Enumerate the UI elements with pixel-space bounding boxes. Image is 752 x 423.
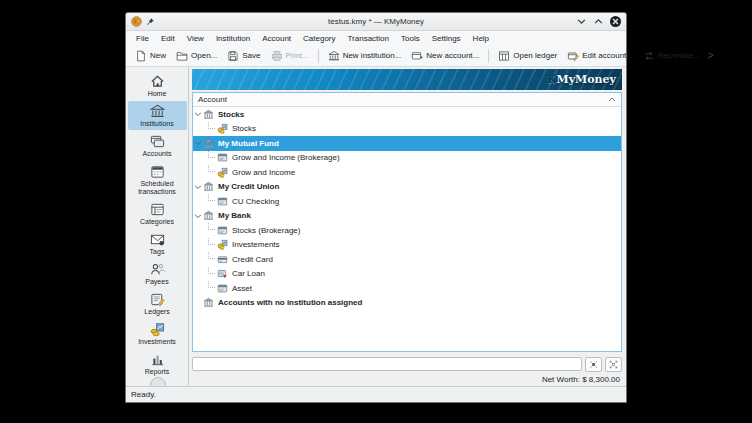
sidebar-item-institutions[interactable]: Institutions	[128, 101, 187, 130]
menu-item-help[interactable]: Help	[467, 33, 495, 44]
budgets-icon	[150, 382, 165, 386]
credit-card-icon	[217, 254, 228, 265]
checking-icon	[217, 225, 228, 236]
menu-item-settings[interactable]: Settings	[426, 33, 467, 44]
sidebar-item-label: Payees	[145, 278, 168, 286]
investment-icon	[217, 239, 228, 250]
account-row-car-loan[interactable]: Car Loan	[193, 267, 621, 282]
expander-open-icon[interactable]	[193, 212, 203, 220]
accounts-icon	[150, 134, 165, 149]
account-row-label: Grow and Income (Brokerage)	[232, 153, 340, 162]
loan-icon	[217, 268, 228, 279]
investment-icon	[217, 123, 228, 134]
account-row-accounts-with-no-institution-assigned[interactable]: Accounts with no institution assigned	[193, 296, 621, 311]
account-row-stocks[interactable]: Stocks	[193, 122, 621, 137]
expander-open-icon[interactable]	[193, 139, 203, 147]
sidebar-item-tags[interactable]: Tags	[128, 229, 187, 258]
new-label: New	[150, 51, 166, 60]
sidebar-item-accounts[interactable]: Accounts	[128, 131, 187, 160]
sidebar-item-label: Scheduled transactions	[129, 180, 186, 196]
menu-item-edit[interactable]: Edit	[155, 33, 181, 44]
menu-item-file[interactable]: File	[130, 33, 155, 44]
new-institution-button[interactable]: New institution...	[323, 48, 407, 64]
account-row-label: My Mutual Fund	[218, 139, 279, 148]
account-row-investements[interactable]: Investements	[193, 238, 621, 253]
account-row-stocks[interactable]: Stocks	[193, 107, 621, 122]
kmymoney-banner: KMyMoney	[192, 69, 622, 90]
title-bar[interactable]: testus.kmy * — KMyMoney	[126, 13, 626, 31]
sidebar-item-ledgers[interactable]: Ledgers	[128, 289, 187, 318]
save-button[interactable]: Save	[222, 48, 265, 64]
menu-item-tools[interactable]: Tools	[395, 33, 426, 44]
menu-item-institution[interactable]: Institution	[210, 33, 256, 44]
save-label: Save	[242, 51, 260, 60]
menu-item-transaction[interactable]: Transaction	[342, 33, 396, 44]
account-row-grow-and-income[interactable]: Grow and Income	[193, 165, 621, 180]
expand-all-button[interactable]	[605, 357, 622, 372]
expander-open-icon[interactable]	[193, 110, 203, 118]
new-button[interactable]: New	[130, 48, 171, 64]
sidebar-item-reports[interactable]: Reports	[128, 349, 187, 378]
categories-icon	[150, 202, 165, 217]
sidebar-item-label: Tags	[150, 248, 165, 256]
sidebar-item-label: Categories	[140, 218, 174, 226]
tree-guide-line	[208, 252, 215, 259]
account-row-credit-card[interactable]: Credit Card	[193, 252, 621, 267]
account-filter-input[interactable]	[192, 357, 582, 371]
minimize-button[interactable]	[576, 16, 587, 27]
maximize-button[interactable]	[593, 16, 604, 27]
account-row-label: My Bank	[218, 211, 251, 220]
account-row-grow-and-income-brokerage[interactable]: Grow and Income (Brokerage)	[193, 151, 621, 166]
open-button[interactable]: Open...	[171, 48, 222, 64]
payees-icon	[150, 262, 165, 277]
collapse-all-button[interactable]	[585, 357, 602, 372]
desktop-background: testus.kmy * — KMyMoney FileEditViewInst…	[0, 0, 752, 423]
sidebar-item-home[interactable]: Home	[128, 71, 187, 100]
sidebar-item-investments[interactable]: Investments	[128, 319, 187, 348]
account-row-cu-checking[interactable]: CU Checking	[193, 194, 621, 209]
new-account-button[interactable]: New account...	[406, 48, 484, 64]
account-column-title: Account	[198, 95, 227, 104]
tree-guide-line	[208, 223, 215, 230]
checking-icon	[217, 196, 228, 207]
sidebar-item-categories[interactable]: Categories	[128, 199, 187, 228]
toolbar: NewOpen...SavePrint...New institution...…	[126, 45, 626, 67]
tree-guide-line	[208, 194, 215, 201]
menu-item-view[interactable]: View	[181, 33, 210, 44]
account-tree: StocksStocksMy Mutual FundGrow and Incom…	[193, 107, 621, 351]
account-row-my-bank[interactable]: My Bank	[193, 209, 621, 224]
menu-item-category[interactable]: Category	[297, 33, 341, 44]
close-button[interactable]	[610, 16, 621, 27]
toolbar-separator	[488, 49, 489, 63]
edit-account-button[interactable]: Edit account...	[562, 48, 638, 64]
sidebar-item-budgets[interactable]: Budgets	[128, 379, 187, 386]
pin-icon[interactable]	[146, 17, 155, 26]
menu-item-account[interactable]: Account	[256, 33, 297, 44]
new-institution-label: New institution...	[343, 51, 402, 60]
expander-open-icon[interactable]	[193, 183, 203, 191]
reconcile-icon	[643, 50, 655, 62]
open-ledger-button[interactable]: Open ledger	[493, 48, 562, 64]
reconcile-button[interactable]: Reconcile...	[638, 48, 705, 64]
account-column-header[interactable]: Account	[193, 93, 621, 107]
toolbar-overflow-button[interactable]: >	[705, 50, 717, 61]
institution-icon	[203, 210, 214, 221]
status-text: Ready.	[131, 390, 156, 399]
logo-letter-k: K	[547, 73, 557, 86]
account-row-my-mutual-fund[interactable]: My Mutual Fund	[193, 136, 621, 151]
account-row-asset[interactable]: Asset	[193, 281, 621, 296]
institution-icon	[203, 109, 214, 120]
sidebar-item-payees[interactable]: Payees	[128, 259, 187, 288]
account-row-my-credit-union[interactable]: My Credit Union	[193, 180, 621, 195]
edit-account-icon	[567, 50, 579, 62]
tree-guide-line	[208, 238, 215, 245]
institution-icon	[203, 138, 214, 149]
account-row-label: Stocks (Brokerage)	[232, 226, 300, 235]
status-bar: Ready.	[126, 386, 626, 402]
view-sidebar: HomeInstitutionsAccountsScheduled transa…	[126, 67, 189, 386]
institution-icon	[203, 297, 214, 308]
tree-guide-line	[208, 122, 215, 129]
home-icon	[150, 74, 165, 89]
account-row-stocks-brokerage[interactable]: Stocks (Brokerage)	[193, 223, 621, 238]
sidebar-item-scheduled-transactions[interactable]: Scheduled transactions	[128, 161, 187, 198]
